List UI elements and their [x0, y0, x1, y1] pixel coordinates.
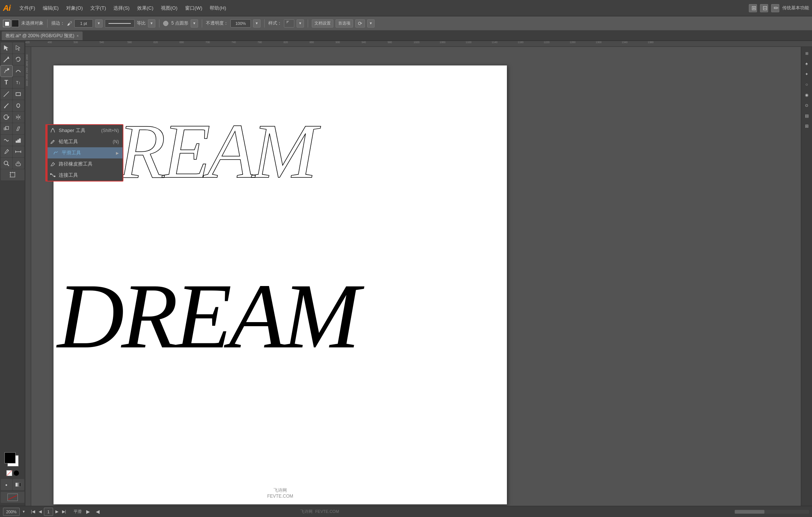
color-btn[interactable]: ● [1, 479, 12, 490]
opacity-input[interactable] [230, 19, 251, 28]
dropdown-smooth-tool[interactable]: 平滑工具 ▶ [46, 147, 123, 158]
paintbrush-tool-btn[interactable] [1, 100, 12, 111]
hand-btn[interactable] [13, 158, 24, 169]
right-panel-btn1[interactable]: ⊞ [802, 48, 812, 58]
dropdown-join-tool[interactable]: 连接工具 [46, 170, 123, 181]
point-dropdown[interactable]: ▾ [191, 19, 198, 28]
join-tool-label: 连接工具 [59, 172, 78, 179]
rotate-tool-btn[interactable] [1, 112, 12, 123]
menu-select[interactable]: 选择(S) [110, 3, 132, 13]
menu-text[interactable]: 文字(T) [87, 3, 109, 13]
grid-icon[interactable]: ⊟ [760, 4, 768, 12]
menu-file[interactable]: 文件(F) [16, 3, 38, 13]
stop-btn[interactable]: ◀ [94, 508, 101, 515]
reset-btn[interactable]: ⟳ [355, 19, 365, 28]
artboard-btn[interactable] [1, 169, 25, 180]
graph-tool-btn[interactable] [13, 135, 24, 146]
svg-line-0 [4, 58, 7, 62]
workspace-label: 传统基本功能 [782, 5, 809, 11]
right-panel-btn5[interactable]: ◉ [802, 90, 812, 100]
warp-tool-btn[interactable] [1, 135, 12, 146]
menu-view[interactable]: 视图(O) [158, 3, 181, 13]
dropdown-pen-tool[interactable]: 铅笔工具 (N) [46, 136, 123, 147]
doc-settings-btn[interactable]: 文档设置 [312, 19, 333, 28]
touch-type-btn[interactable]: T↕ [13, 77, 24, 88]
blob-brush-btn[interactable] [13, 100, 24, 111]
magic-wand-btn[interactable] [1, 54, 12, 65]
menu-help[interactable]: 帮助(H) [207, 3, 229, 13]
tool-row-1 [1, 42, 25, 54]
opacity-dropdown[interactable]: ▾ [253, 19, 261, 28]
shear-tool-btn[interactable] [13, 123, 24, 134]
toolbox: T T↕ [0, 41, 25, 506]
dropdown-eraser-tool[interactable]: 路径橡皮擦工具 [46, 158, 123, 170]
lasso-tool-btn[interactable] [13, 54, 24, 65]
canvas-container[interactable]: DREAM DREAM 飞诗网 FEVTE.COM [31, 47, 801, 506]
style-swatch[interactable] [284, 19, 294, 28]
shaper-icon [50, 128, 56, 134]
ai-logo: Ai [3, 3, 10, 13]
direct-selection-tool-btn[interactable] [13, 42, 24, 54]
selection-tool-btn[interactable] [1, 42, 12, 54]
right-panel-btn6[interactable]: ⊙ [802, 100, 812, 110]
more-btn[interactable]: ▾ [367, 19, 375, 28]
last-page-btn[interactable]: ▶| [61, 508, 68, 515]
zoom-input[interactable] [3, 508, 20, 516]
reflect-tool-btn[interactable] [13, 112, 24, 123]
right-panel-btn2[interactable]: ♠ [802, 59, 812, 68]
gradient-btn[interactable] [13, 479, 24, 490]
curvature-tool-btn[interactable] [13, 65, 24, 77]
stroke-color-swatch[interactable] [3, 20, 10, 27]
dropdown-shaper-tool[interactable]: Shaper 工具 (Shift+N) [46, 125, 123, 136]
tool-row-8 [1, 123, 25, 134]
zoom-dropdown-btn[interactable]: ▾ [21, 508, 26, 515]
black-white-swatch[interactable] [14, 471, 19, 476]
fill-color-swatch[interactable] [12, 20, 19, 27]
right-panel-btn7[interactable]: ▤ [802, 111, 812, 121]
tab-close-btn[interactable]: × [77, 34, 79, 38]
scale-tool-btn[interactable] [1, 123, 12, 134]
right-panel-btn4[interactable]: ○ [802, 80, 812, 89]
first-page-btn[interactable]: |◀ [29, 508, 36, 515]
none-fill-btn[interactable] [1, 492, 25, 503]
style-dropdown[interactable]: ▾ [297, 19, 304, 28]
menu-object[interactable]: 对象(O) [63, 3, 86, 13]
right-panel-btn8[interactable]: ⊞ [802, 121, 812, 131]
arrange-icon[interactable]: ⊞ [749, 4, 757, 12]
right-panel-btn3[interactable]: ✦ [802, 69, 812, 79]
ruler-1060: 1060 [440, 41, 446, 44]
ruler-620: 620 [153, 41, 158, 44]
document-tab[interactable]: 教程.ai* @ 200% (RGB/GPU 预览) × [1, 31, 83, 40]
eyedropper-btn[interactable] [1, 146, 12, 157]
preferences-btn[interactable]: 首选项 [336, 19, 353, 28]
menu-effect[interactable]: 效果(C) [134, 3, 156, 13]
ruler-1380: 1380 [648, 41, 654, 44]
smooth-icon [53, 150, 59, 156]
type-tool-btn[interactable]: T [1, 77, 12, 88]
pen-icon-top[interactable]: ✏ [771, 4, 779, 12]
stroke-type-dropdown[interactable]: ▾ [148, 19, 155, 28]
shaper-shortcut: (Shift+N) [101, 128, 119, 133]
prev-page-btn[interactable]: ◀ [37, 508, 43, 515]
ruler-660: 660 [179, 41, 184, 44]
foreground-color-swatch[interactable] [4, 452, 16, 463]
smooth-arrow: ▶ [116, 151, 119, 155]
pen-tool-btn[interactable] [1, 65, 12, 77]
stroke-value-input[interactable] [74, 19, 93, 28]
ruler-860: 860 [310, 41, 314, 44]
svg-point-1 [7, 68, 9, 70]
tool-row-6 [1, 100, 25, 111]
next-page-btn[interactable]: ▶ [54, 508, 60, 515]
zoom-btn[interactable] [1, 158, 12, 169]
menu-edit[interactable]: 编辑(E) [40, 3, 62, 13]
rect-tool-btn[interactable] [13, 89, 24, 100]
stroke-dropdown-btn[interactable]: ▾ [95, 19, 103, 28]
svg-rect-8 [18, 140, 19, 142]
style-label: 样式： [268, 20, 282, 26]
measure-btn[interactable] [13, 146, 24, 157]
menu-window[interactable]: 窗口(W) [182, 3, 206, 13]
line-tool-btn[interactable] [1, 89, 12, 100]
none-swatch[interactable] [6, 470, 12, 476]
page-input[interactable] [44, 508, 53, 516]
play-btn[interactable]: ▶ [85, 508, 91, 515]
